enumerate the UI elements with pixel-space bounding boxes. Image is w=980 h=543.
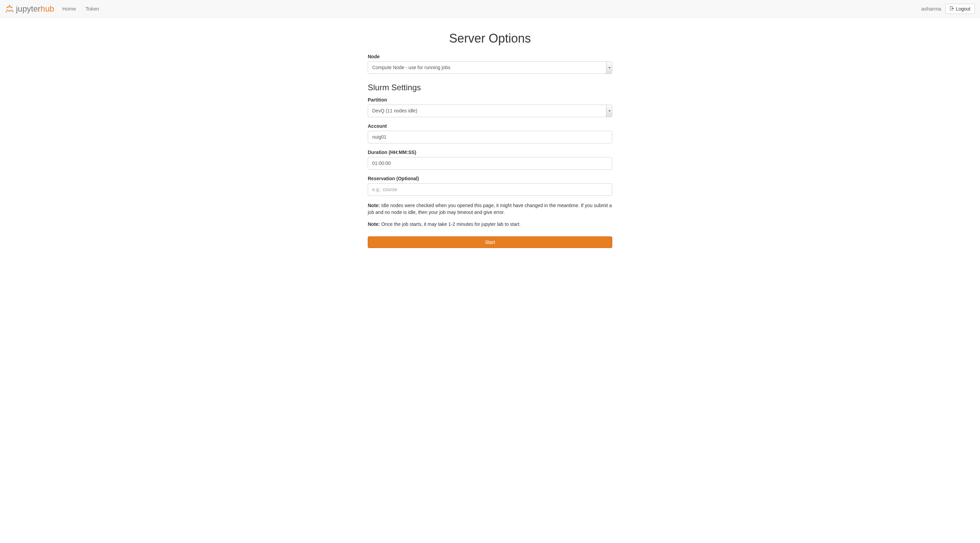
account-input[interactable] — [368, 131, 612, 143]
brand-text-hub: hub — [41, 4, 54, 14]
main-container: Server Options Node Compute Node - use f… — [363, 18, 617, 255]
note-1: Note: Idle nodes were checked when you o… — [368, 202, 612, 216]
username-display: asharma — [921, 6, 941, 11]
nav-links: Home Token — [57, 1, 104, 17]
nav-home[interactable]: Home — [57, 1, 81, 17]
partition-select-wrapper: DevQ (11 nodes idle) — [368, 105, 612, 117]
note-2-prefix: Note: — [368, 221, 380, 227]
duration-input[interactable] — [368, 157, 612, 170]
page-title: Server Options — [368, 31, 612, 46]
duration-label: Duration (HH:MM:SS) — [368, 150, 612, 155]
nav-token[interactable]: Token — [81, 1, 104, 17]
svg-point-0 — [9, 5, 10, 6]
partition-select[interactable]: DevQ (11 nodes idle) — [368, 105, 612, 117]
navbar-right: asharma Logout — [921, 4, 975, 14]
svg-point-1 — [12, 11, 14, 12]
partition-group: Partition DevQ (11 nodes idle) — [368, 97, 612, 117]
node-group: Node Compute Node - use for running jobs — [368, 54, 612, 74]
brand-link[interactable]: jupyterhub — [5, 4, 54, 14]
logout-label: Logout — [956, 6, 970, 11]
account-group: Account — [368, 123, 612, 143]
node-select[interactable]: Compute Node - use for running jobs — [368, 61, 612, 74]
slurm-heading: Slurm Settings — [368, 83, 612, 92]
note-1-prefix: Note: — [368, 203, 380, 208]
brand-text-jupyter: jupyter — [16, 4, 41, 14]
reservation-input[interactable] — [368, 183, 612, 196]
account-label: Account — [368, 123, 612, 129]
navbar: jupyterhub Home Token asharma Logout — [0, 0, 980, 18]
reservation-label: Reservation (Optional) — [368, 176, 612, 181]
duration-group: Duration (HH:MM:SS) — [368, 150, 612, 170]
logout-icon — [950, 6, 954, 11]
svg-point-2 — [6, 11, 7, 12]
reservation-group: Reservation (Optional) — [368, 176, 612, 196]
note-2: Note: Once the job starts, it may take 1… — [368, 221, 612, 228]
partition-label: Partition — [368, 97, 612, 102]
logout-button[interactable]: Logout — [945, 4, 975, 14]
note-1-text: Idle nodes were checked when you opened … — [368, 203, 612, 215]
start-button[interactable]: Start — [368, 236, 612, 248]
node-select-wrapper: Compute Node - use for running jobs — [368, 61, 612, 74]
note-2-text: Once the job starts, it may take 1-2 min… — [380, 221, 521, 227]
node-label: Node — [368, 54, 612, 59]
jupyter-logo-icon — [5, 5, 14, 13]
